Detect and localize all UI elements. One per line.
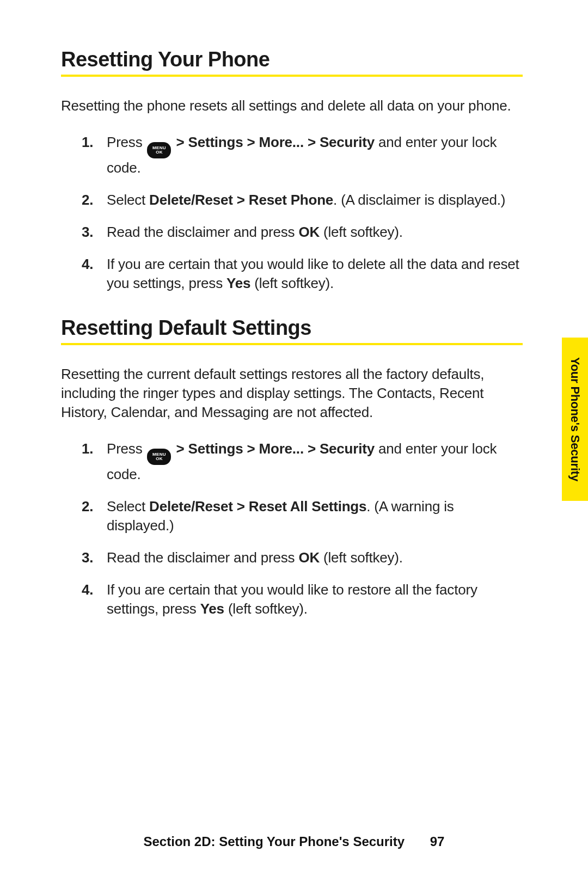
step-number: 3. [82, 223, 93, 242]
step-item: 1.Press MENUOK > Settings > More... > Se… [107, 439, 523, 484]
step-number: 2. [82, 191, 93, 210]
step-text-pre: Read the disclaimer and press [107, 549, 298, 566]
step-text-bold: Delete/Reset > Reset Phone [149, 192, 333, 208]
heading-reset-defaults: Resetting Default Settings [61, 316, 523, 345]
side-tab: Your Phone's Security [562, 338, 588, 501]
steps-reset-defaults: 1.Press MENUOK > Settings > More... > Se… [61, 439, 523, 619]
step-text-bold: OK [298, 549, 320, 566]
step-text-post: (left softkey). [224, 601, 308, 617]
step-item: 3.Read the disclaimer and press OK (left… [107, 223, 523, 242]
step-text-pre: Press [107, 134, 146, 150]
menu-key-line2: OK [156, 456, 163, 461]
step-text-post: (left softkey). [250, 275, 334, 291]
manual-page: Resetting Your Phone Resetting the phone… [0, 0, 588, 882]
step-item: 4.If you are certain that you would like… [107, 580, 523, 618]
step-item: 2.Select Delete/Reset > Reset Phone. (A … [107, 191, 523, 210]
menu-ok-key-icon: MENUOK [147, 142, 171, 158]
page-number: 97 [430, 834, 445, 849]
steps-reset-phone: 1.Press MENUOK > Settings > More... > Se… [61, 133, 523, 293]
step-text-bold: > Settings > More... > Security [172, 134, 374, 150]
step-item: 4.If you are certain that you would like… [107, 255, 523, 293]
step-number: 4. [82, 255, 93, 274]
step-number: 2. [82, 497, 93, 516]
step-text-pre: Read the disclaimer and press [107, 224, 298, 240]
step-text-post: (left softkey). [320, 549, 403, 566]
step-text-post: (left softkey). [320, 224, 403, 240]
step-text-bold: OK [298, 224, 320, 240]
footer-section-label: Section 2D: Setting Your Phone's Securit… [144, 834, 405, 849]
step-number: 1. [82, 439, 93, 458]
heading-reset-phone: Resetting Your Phone [61, 48, 523, 77]
side-tab-label: Your Phone's Security [568, 357, 582, 481]
step-number: 1. [82, 133, 93, 152]
page-footer: Section 2D: Setting Your Phone's Securit… [0, 834, 588, 849]
intro-reset-defaults: Resetting the current default settings r… [61, 365, 523, 422]
step-item: 1.Press MENUOK > Settings > More... > Se… [107, 133, 523, 177]
step-number: 4. [82, 580, 93, 599]
step-item: 2.Select Delete/Reset > Reset All Settin… [107, 497, 523, 535]
step-text-bold: Yes [200, 601, 224, 617]
step-number: 3. [82, 548, 93, 567]
step-item: 3.Read the disclaimer and press OK (left… [107, 548, 523, 567]
step-text-pre: Select [107, 192, 149, 208]
step-text-post: . (A disclaimer is displayed.) [333, 192, 505, 208]
menu-ok-key-icon: MENUOK [147, 449, 171, 465]
step-text-pre: Press [107, 440, 146, 457]
step-text-bold: Yes [226, 275, 250, 291]
step-text-bold: > Settings > More... > Security [172, 440, 374, 457]
menu-key-line2: OK [156, 150, 163, 155]
step-text-bold: Delete/Reset > Reset All Settings [149, 498, 366, 514]
intro-reset-phone: Resetting the phone resets all settings … [61, 96, 523, 115]
step-text-pre: Select [107, 498, 149, 514]
